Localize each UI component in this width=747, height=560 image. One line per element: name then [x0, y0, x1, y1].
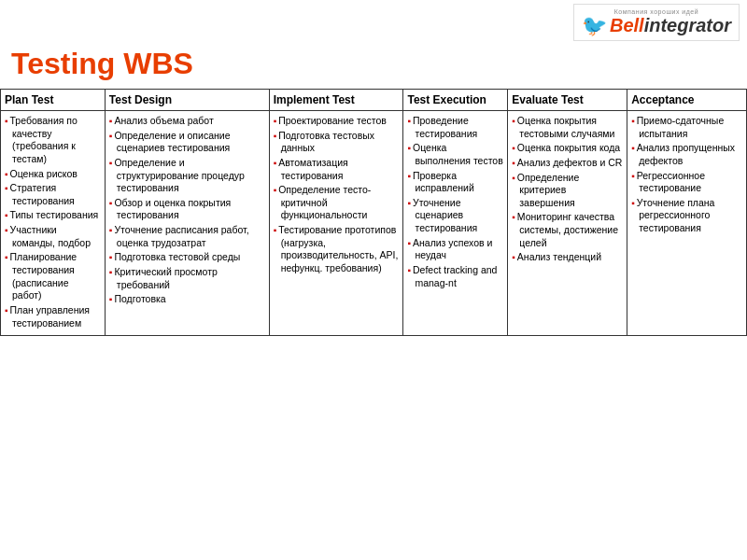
logo-text: Bellintegrator	[610, 15, 731, 36]
table-header-row: Plan Test Test Design Implement Test Tes…	[1, 90, 747, 111]
list-item: Стратегия тестирования	[5, 182, 101, 207]
list-item: Оценка покрытия тестовыми случаями	[512, 115, 623, 140]
list-item: Анализ тенденций	[512, 251, 623, 264]
table-row: Требования по качеству (требования к тес…	[1, 111, 747, 336]
list-item: Уточнение плана регрессионного тестирова…	[631, 197, 742, 235]
list-item: Определение и структурирование процедур …	[109, 157, 265, 195]
list-item: Оценка выполнения тестов	[407, 142, 503, 167]
list-item: Оценка покрытия кода	[512, 142, 623, 155]
list-item: Участники команды, подбор	[5, 224, 101, 249]
col-header-evaluate-test: Evaluate Test	[508, 90, 627, 111]
cell-implement-test: Проектирование тестовПодготовка тестовых…	[269, 111, 403, 336]
list-item: Анализ пропущенных дефектов	[631, 142, 742, 167]
col-header-implement-test: Implement Test	[269, 90, 403, 111]
logo-brand: 🐦 Bellintegrator	[582, 15, 731, 36]
page-title: Testing WBS	[0, 43, 747, 89]
list-item: Оценка рисков	[5, 168, 101, 181]
list-item: Тестирование прототипов (нагрузка, произ…	[274, 224, 400, 275]
cell-plan-test: Требования по качеству (требования к тес…	[1, 111, 106, 336]
list-item: Критический просмотр требований	[109, 266, 265, 291]
col-header-test-design: Test Design	[105, 90, 269, 111]
list-item: Проектирование тестов	[274, 115, 400, 128]
list-item: Регрессионное тестирование	[631, 170, 742, 195]
list-item: Подготовка	[109, 293, 265, 306]
wbs-table: Plan Test Test Design Implement Test Tes…	[0, 89, 747, 336]
list-item: План управления тестированием	[5, 304, 101, 329]
list-item: Приемо-сдаточные испытания	[631, 115, 742, 140]
cell-acceptance: Приемо-сдаточные испытанияАнализ пропуще…	[627, 111, 747, 336]
list-item: Автоматизация тестирования	[274, 157, 400, 182]
list-item: Проведение тестирования	[407, 115, 503, 140]
list-item: Анализ дефектов и CR	[512, 157, 623, 170]
list-item: Подготовка тестовых данных	[274, 130, 400, 155]
logo-bird-icon: 🐦	[582, 16, 607, 36]
cell-test-execution: Проведение тестированияОценка выполнения…	[403, 111, 508, 336]
cell-test-design: Анализ объема работОпределение и описани…	[105, 111, 269, 336]
list-item: Анализ успехов и неудач	[407, 237, 503, 262]
header-bar: Компания хороших идей 🐦 Bellintegrator	[0, 0, 747, 43]
list-item: Defect tracking and manag-nt	[407, 264, 503, 289]
list-item: Определение и описание сценариев тестиро…	[109, 130, 265, 155]
list-item: Уточнение сценариев тестирования	[407, 197, 503, 235]
logo: Компания хороших идей 🐦 Bellintegrator	[573, 4, 740, 41]
list-item: Подготовка тестовой среды	[109, 251, 265, 264]
list-item: Проверка исправлений	[407, 170, 503, 195]
logo-tagline: Компания хороших идей	[614, 8, 698, 15]
list-item: Требования по качеству (требования к тес…	[5, 115, 101, 166]
list-item: Уточнение расписания работ, оценка трудо…	[109, 224, 265, 249]
list-item: Мониторинг качества системы, достижение …	[512, 211, 623, 249]
list-item: Планирование тестирования (расписание ра…	[5, 251, 101, 302]
list-item: Определение критериев завершения	[512, 172, 623, 210]
list-item: Типы тестирования	[5, 209, 101, 222]
logo-integrator-part: integrator	[644, 15, 731, 35]
logo-bell-part: Bell	[610, 15, 644, 35]
list-item: Обзор и оценка покрытия тестирования	[109, 197, 265, 222]
list-item: Определение тесто-критичной функциональн…	[274, 184, 400, 222]
cell-evaluate-test: Оценка покрытия тестовыми случаямиОценка…	[508, 111, 627, 336]
col-header-plan-test: Plan Test	[1, 90, 106, 111]
col-header-acceptance: Acceptance	[627, 90, 747, 111]
list-item: Анализ объема работ	[109, 115, 265, 128]
col-header-test-execution: Test Execution	[403, 90, 508, 111]
